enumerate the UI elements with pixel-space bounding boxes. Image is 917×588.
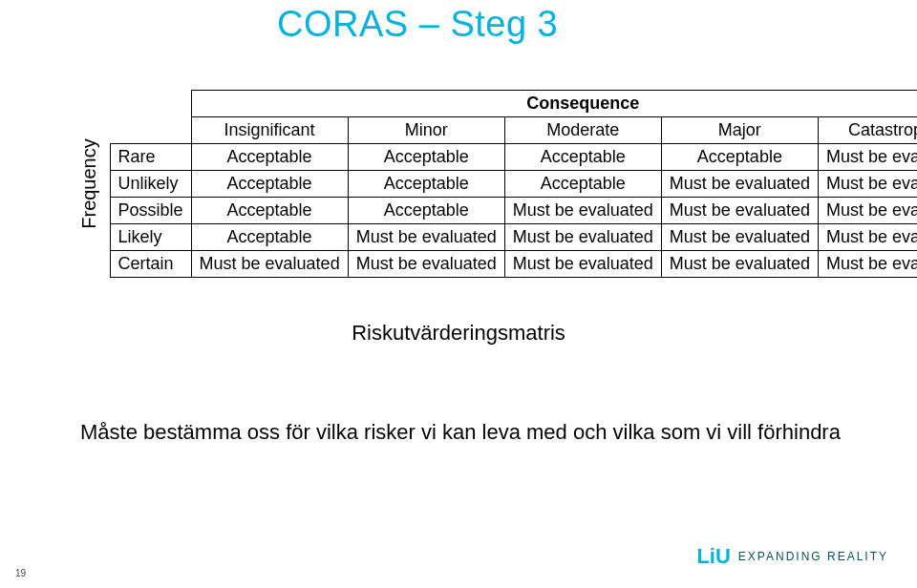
cell: Must be evaluated bbox=[661, 198, 818, 224]
table-row: Certain Must be evaluated Must be evalua… bbox=[110, 251, 917, 278]
cell: Acceptable bbox=[661, 144, 818, 171]
col-header: Major bbox=[661, 117, 818, 144]
cell: Acceptable bbox=[348, 144, 504, 171]
cell: Acceptable bbox=[504, 144, 661, 171]
table-row: Rare Acceptable Acceptable Acceptable Ac… bbox=[110, 144, 917, 171]
cell: Must be evaluated bbox=[504, 224, 661, 251]
cell: Acceptable bbox=[191, 171, 348, 198]
row-label: Likely bbox=[110, 224, 191, 251]
cell: Acceptable bbox=[191, 144, 348, 171]
table-row-column-headers: Insignificant Minor Moderate Major Catas… bbox=[110, 117, 917, 144]
cell: Must be evaluated bbox=[818, 198, 917, 224]
row-label: Unlikely bbox=[110, 171, 191, 198]
risk-matrix-wrap: Frequency Consequence Insignificant Mino… bbox=[71, 90, 917, 278]
cell: Acceptable bbox=[348, 198, 504, 224]
cell: Must be evaluated bbox=[661, 251, 818, 278]
cell: Must be evaluated bbox=[661, 171, 818, 198]
cell: Must be evaluated bbox=[818, 251, 917, 278]
table-row-header-consequence: Consequence bbox=[110, 91, 917, 117]
table-row: Possible Acceptable Acceptable Must be e… bbox=[110, 198, 917, 224]
row-label: Rare bbox=[110, 144, 191, 171]
logo-brand: LiU bbox=[696, 544, 730, 569]
col-header: Catastrophic bbox=[818, 117, 917, 144]
cell: Must be evaluated bbox=[504, 251, 661, 278]
col-header: Moderate bbox=[504, 117, 661, 144]
cell: Acceptable bbox=[504, 171, 661, 198]
cell: Must be evaluated bbox=[348, 251, 504, 278]
slide: CORAS – Steg 3 Frequency Consequence Ins… bbox=[0, 0, 917, 588]
cell: Acceptable bbox=[191, 198, 348, 224]
cell: Acceptable bbox=[191, 224, 348, 251]
cell: Must be evaluated bbox=[348, 224, 504, 251]
col-header: Insignificant bbox=[191, 117, 348, 144]
row-label: Certain bbox=[110, 251, 191, 278]
risk-matrix-table: Consequence Insignificant Minor Moderate… bbox=[110, 90, 918, 278]
page-number: 19 bbox=[15, 568, 26, 578]
page-title: CORAS – Steg 3 bbox=[0, 0, 917, 45]
cell: Must be evaluated bbox=[504, 198, 661, 224]
cell: Must be evaluated bbox=[818, 144, 917, 171]
caption: Riskutvärderingsmatris bbox=[0, 321, 917, 346]
cell: Must be evaluated bbox=[661, 224, 818, 251]
row-label: Possible bbox=[110, 198, 191, 224]
consequence-header: Consequence bbox=[191, 91, 917, 117]
axis-y-label: Frequency bbox=[78, 138, 100, 229]
cell: Must be evaluated bbox=[818, 171, 917, 198]
logo: LiU EXPANDING REALITY bbox=[696, 544, 888, 569]
cell: Must be evaluated bbox=[818, 224, 917, 251]
cell: Acceptable bbox=[348, 171, 504, 198]
table-row: Likely Acceptable Must be evaluated Must… bbox=[110, 224, 917, 251]
col-header: Minor bbox=[348, 117, 504, 144]
cell: Must be evaluated bbox=[191, 251, 348, 278]
table-row: Unlikely Acceptable Acceptable Acceptabl… bbox=[110, 171, 917, 198]
logo-tagline: EXPANDING REALITY bbox=[738, 550, 888, 563]
subtext: Måste bestämma oss för vilka risker vi k… bbox=[80, 420, 860, 445]
